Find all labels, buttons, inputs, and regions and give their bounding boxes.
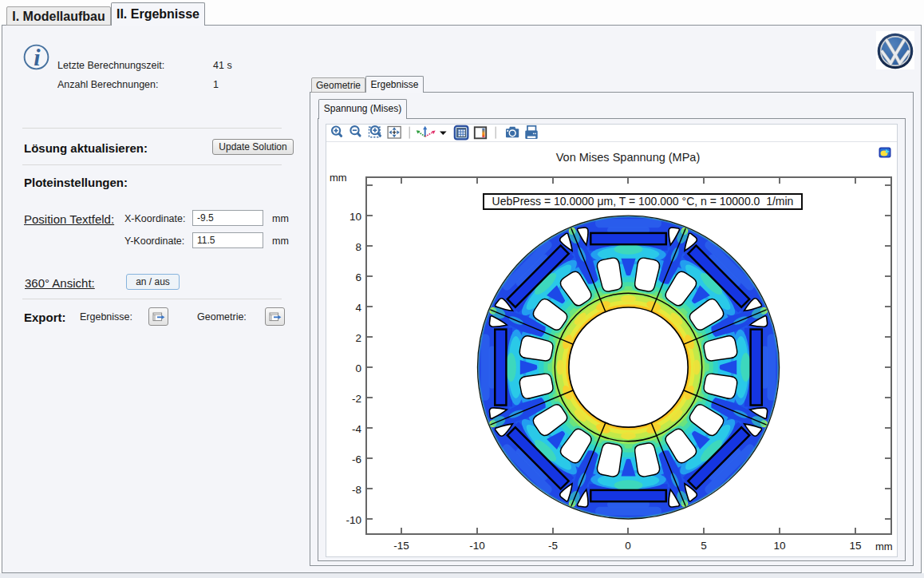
svg-text:i: i <box>34 44 41 70</box>
